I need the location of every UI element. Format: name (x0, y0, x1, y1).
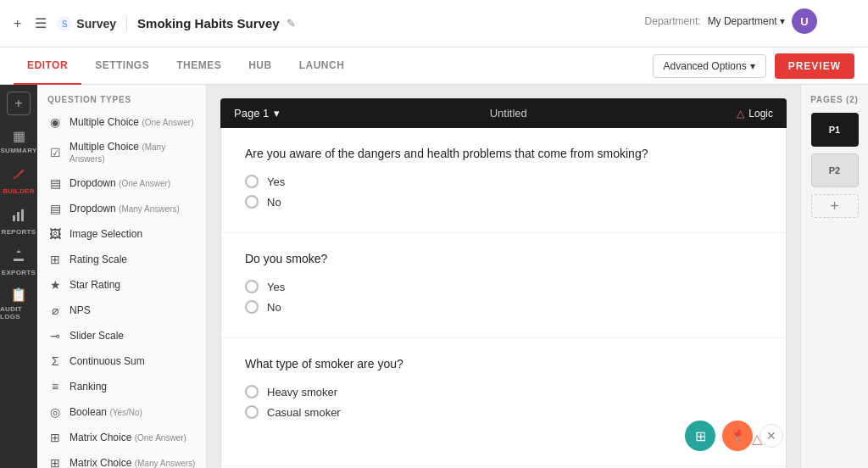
q-type-slider-scale[interactable]: ⊸ Slider Scale (37, 323, 206, 348)
page-chevron-icon: ▾ (274, 107, 280, 120)
nav-item-builder[interactable]: BUILDER (0, 163, 37, 200)
question-card-1: Are you aware of the dangers and health … (221, 128, 786, 233)
matrix-choice-many-icon: ⊞ (47, 456, 63, 468)
boolean-icon: ◎ (47, 405, 63, 419)
dept-name-text[interactable]: My Department ▾ (708, 15, 785, 27)
content-area: Page 1 ▾ Untitled △ Logic Are you aware … (207, 85, 800, 468)
edit-title-icon[interactable]: ✎ (287, 17, 296, 30)
page-center-title: Untitled (490, 107, 527, 120)
preview-button[interactable]: PREVIEW (775, 53, 854, 79)
dept-label-text: Department: (645, 15, 701, 27)
menu-button[interactable]: ☰ (31, 12, 50, 35)
svg-text:S: S (62, 20, 68, 29)
radio-circle-q3-casual (245, 405, 259, 419)
reports-icon (12, 209, 25, 226)
matrix-choice-one-icon: ⊞ (47, 431, 63, 444)
panel-section-title: QUESTION TYPES (37, 85, 206, 109)
float-tool-grid-button[interactable]: ⊞ (685, 421, 715, 451)
department-area: Department: My Department ▾ U (645, 8, 817, 34)
option-q1-yes[interactable]: Yes (245, 175, 762, 188)
q-type-ranking[interactable]: ≡ Ranking (37, 374, 206, 399)
logic-button[interactable]: △ Logic (737, 108, 773, 120)
radio-circle-q2-yes (245, 280, 259, 293)
q-type-star-rating[interactable]: ★ Star Rating (37, 272, 206, 298)
dropdown-one-icon: ▤ (47, 176, 63, 190)
q-type-multiple-choice-one[interactable]: ◉ Multiple Choice (One Answer) (37, 109, 206, 135)
q-type-rating-scale[interactable]: ⊞ Rating Scale (37, 247, 206, 272)
advanced-options-button[interactable]: Advanced Options ▾ (653, 54, 766, 78)
continuous-sum-icon: Σ (47, 354, 63, 368)
tab-settings[interactable]: SETTINGS (81, 47, 163, 85)
option-label-q1-yes: Yes (267, 176, 285, 188)
nav-label-exports: EXPORTS (2, 269, 36, 276)
nav-label-builder: BUILDER (3, 187, 35, 195)
plus-button[interactable]: + (10, 13, 25, 35)
survey-logo-icon: S (57, 16, 72, 31)
tab-editor[interactable]: EDITOR (14, 47, 81, 85)
q-type-matrix-choice-one[interactable]: ⊞ Matrix Choice (One Answer) (37, 425, 206, 450)
nav-item-exports[interactable]: EXPORTS (0, 244, 37, 281)
rating-scale-icon: ⊞ (47, 253, 63, 266)
main-layout: + ▦ SUMMARY BUILDER REPORTS EXPORTS 📋 AU… (0, 85, 868, 468)
pages-panel: PAGES (2) P1 P2 + (800, 85, 868, 468)
page-header: Page 1 ▾ Untitled △ Logic (220, 98, 787, 128)
option-q3-heavy[interactable]: Heavy smoker (245, 385, 762, 398)
option-label-q2-no: No (267, 301, 281, 314)
logic-icon: △ (737, 108, 744, 120)
survey-title: Smoking Habits Survey (137, 16, 280, 31)
option-q3-casual[interactable]: Casual smoker (245, 405, 762, 419)
q-type-boolean[interactable]: ◎ Boolean (Yes/No) (37, 399, 206, 425)
multiple-choice-one-icon: ◉ (47, 115, 63, 129)
float-close-button[interactable]: ✕ (760, 424, 783, 448)
ranking-icon: ≡ (47, 380, 63, 393)
option-label-q2-yes: Yes (267, 281, 285, 293)
svg-rect-2 (13, 215, 15, 221)
svg-rect-3 (17, 212, 19, 221)
nav-item-audit-logs[interactable]: 📋 AUDIT LOGS (0, 285, 37, 322)
float-tool-pin-button[interactable]: 📍 (722, 421, 753, 451)
q-type-dropdown-one[interactable]: ▤ Dropdown (One Answer) (37, 170, 206, 196)
question-types-panel: QUESTION TYPES ◉ Multiple Choice (One An… (37, 85, 207, 468)
radio-circle-q1-no (245, 195, 259, 209)
tab-themes[interactable]: THEMES (163, 47, 235, 85)
exports-icon (12, 249, 25, 266)
q-type-multiple-choice-many[interactable]: ☑ Multiple Choice (Many Answers) (37, 135, 206, 170)
nav-item-summary[interactable]: ▦ SUMMARY (0, 122, 37, 159)
q-type-image-selection[interactable]: 🖼 Image Selection (37, 221, 206, 247)
user-avatar[interactable]: U (792, 8, 817, 34)
nav-label-audit-logs: AUDIT LOGS (0, 305, 37, 320)
brand-name: Survey (76, 17, 116, 31)
tab-launch[interactable]: LAUNCH (286, 47, 359, 85)
option-q2-no[interactable]: No (245, 300, 762, 314)
add-nav-button[interactable]: + (7, 92, 31, 115)
summary-icon: ▦ (13, 128, 25, 144)
nav-label-summary: SUMMARY (0, 147, 36, 154)
q-type-dropdown-many[interactable]: ▤ Dropdown (Many Answers) (37, 196, 206, 221)
slider-scale-icon: ⊸ (47, 329, 63, 343)
option-q1-no[interactable]: No (245, 195, 762, 209)
add-page-button[interactable]: + (811, 194, 859, 218)
survey-container: Are you aware of the dangers and health … (220, 128, 787, 468)
q-type-continuous-sum[interactable]: Σ Continuous Sum (37, 348, 206, 374)
radio-circle-q3-heavy (245, 385, 259, 398)
page-title-area[interactable]: Page 1 ▾ (234, 107, 280, 120)
nav-item-reports[interactable]: REPORTS (0, 203, 37, 241)
question-text-3: What type of smoker are you? (245, 355, 762, 373)
tab-bar-right: Advanced Options ▾ PREVIEW (653, 53, 854, 79)
option-label-q3-heavy: Heavy smoker (267, 386, 337, 398)
question-text-2: Do you smoke? (245, 250, 762, 268)
tab-hub[interactable]: HUB (235, 47, 286, 85)
q-type-matrix-choice-many[interactable]: ⊞ Matrix Choice (Many Answers) (37, 450, 206, 468)
pages-title: PAGES (2) (808, 95, 861, 104)
option-q2-yes[interactable]: Yes (245, 280, 762, 293)
nav-label-reports: REPORTS (2, 228, 36, 236)
image-selection-icon: 🖼 (47, 227, 63, 241)
question-card-2: Do you smoke? Yes No (221, 233, 786, 338)
q-type-nps[interactable]: ⌀ NPS (37, 298, 206, 323)
top-bar: + ☰ S Survey Smoking Habits Survey ✎ Dep… (0, 0, 868, 47)
page-thumb-1[interactable]: P1 (811, 113, 859, 147)
page-thumb-2[interactable]: P2 (811, 153, 859, 187)
nps-icon: ⌀ (47, 304, 63, 317)
dropdown-many-icon: ▤ (47, 202, 63, 215)
builder-icon (12, 168, 25, 185)
